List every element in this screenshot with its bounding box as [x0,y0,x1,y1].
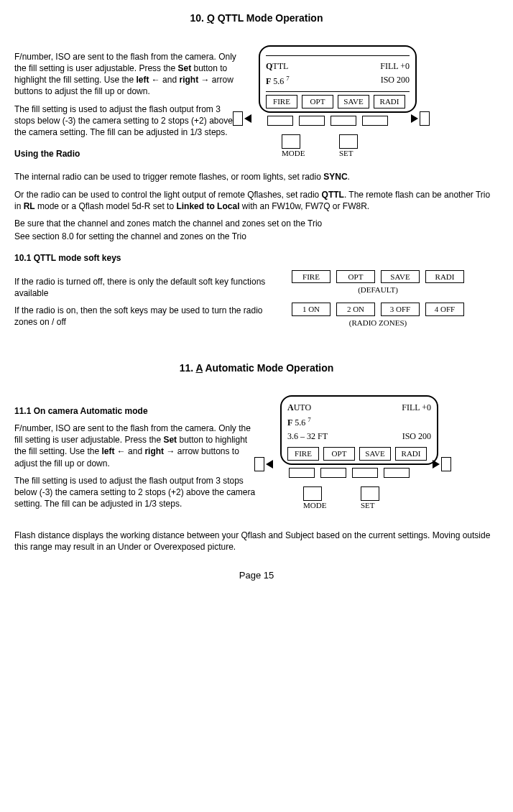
phys-button [362,116,388,126]
left-nav-button [254,457,264,471]
right-nav-button [441,457,451,471]
set-button [339,134,358,149]
default-softkeys: FIRE OPT SAVE RADI (DEFAULT) [292,270,464,296]
softkey-fire: FIRE [266,95,297,109]
s10-p7: If the radio is turned off, there is onl… [14,276,280,299]
phys-button [289,468,315,478]
phys-button [299,116,325,126]
s10-p1: F/number, ISO are sent to the flash from… [14,51,237,98]
mode-button [303,486,322,501]
right-arrow-icon [411,114,418,123]
page-number: Page 15 [14,569,499,582]
left-nav-button [233,111,243,126]
softkey-opt: OPT [323,447,355,461]
softkey-radi: RADI [395,447,427,461]
lcd2-diagram: AUTO FILL +0 F 5.6 7 3.6 – 32 FT ISO 200… [270,395,435,510]
softkey-opt: OPT [302,95,333,109]
s11-p3: Flash distance displays the working dist… [14,530,499,553]
softkey-save: SAVE [359,447,391,461]
section11-heading: 11. A Automatic Mode Operation [14,361,499,375]
using-radio-heading: Using the Radio [14,148,237,160]
softkey-save: SAVE [338,95,369,109]
phys-button [384,468,410,478]
softkey-fire: FIRE [287,447,319,461]
radio-zone-softkeys: 1 ON 2 ON 3 OFF 4 OFF (RADIO ZONES) [292,303,464,328]
phys-button [331,116,356,126]
s10-p6: See section 8.0 for setting the channel … [14,231,499,242]
set-button [361,486,379,501]
right-nav-button [420,111,430,126]
s10-p3: The internal radio can be used to trigge… [14,171,499,183]
s10-p2: The fill setting is used to adjust the f… [14,103,237,139]
s10-p5: Be sure that the channel and zones match… [14,218,499,229]
softkey-radi: RADI [374,95,405,109]
s11-p2: The fill setting is used to adjust the f… [14,475,259,510]
phys-button [352,468,378,478]
mode-button [282,134,300,149]
s10-p4: Or the radio can be used to control the … [14,189,499,212]
phys-button [267,116,293,126]
s11-sub111: 11.1 On camera Automatic mode [14,405,259,417]
s10-sub101: 10.1 QTTL mode soft keys [14,252,499,264]
s10-p8: If the radio is on, then the soft keys m… [14,305,280,328]
left-arrow-icon [266,460,273,469]
left-arrow-icon [244,114,251,123]
phys-button [320,468,346,478]
section10-heading: 10. Q QTTL Mode Operation [14,11,499,25]
lcd1-diagram: QTTL FILL +0 F 5.6 7 ISO 200 FIRE OPT SA… [249,45,414,157]
s11-p1: F/number, ISO are sent to the flash from… [14,423,259,469]
